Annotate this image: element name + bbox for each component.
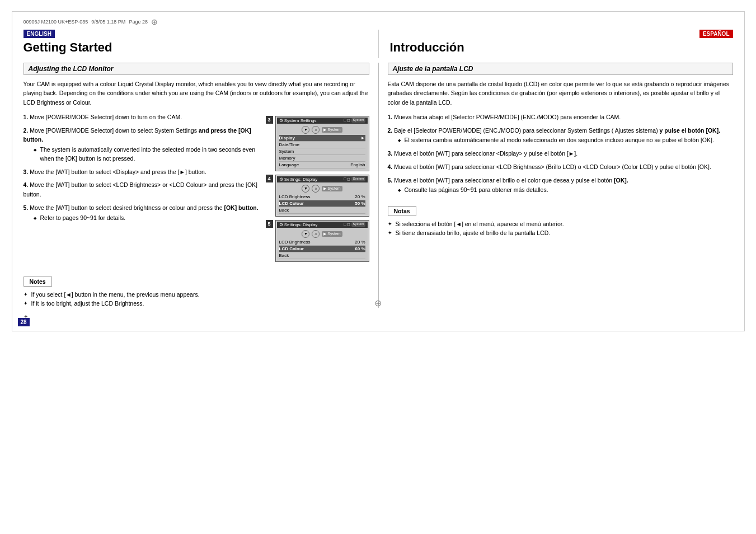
- right-intro: Esta CAM dispone de una pantalla de cris…: [388, 79, 733, 107]
- screen-4-row-brightness: LCD Brightness20 %: [279, 194, 365, 200]
- screen-3-wrap: 3 ⚙ System Settings □ ◻ System: [266, 116, 369, 171]
- page-number: 28: [18, 318, 30, 326]
- page-footer: 28 ✦: [24, 313, 733, 320]
- right-step-2-sub-1: El sistema cambia automáticamente al mod…: [398, 136, 733, 145]
- screen-4-icons: □ ◻ System: [344, 177, 365, 181]
- meta-line: 00906J M2100 UK+ESP-035 9/8/05 1:18 PM P…: [24, 17, 733, 26]
- screen-5-row-brightness: LCD Brightness20 %: [279, 239, 365, 246]
- header-left: ENGLISH Getting Started: [24, 30, 378, 58]
- right-step-1: 1. Mueva hacia abajo el [Selector POWER/…: [388, 113, 733, 122]
- screen-5-wrap: 5 ⚙ Settings: Display □ ◻ System: [266, 220, 369, 262]
- screen-5-icon-row: ▼ ☼ ▶ System: [279, 229, 365, 239]
- espanol-badge: ESPAÑOL: [699, 30, 733, 38]
- right-section-title: Ajuste de la pantalla LCD: [388, 63, 733, 75]
- screen-5-row-colour: LCD Colour60 %: [279, 246, 365, 252]
- crosshair-top: ⊕: [151, 17, 158, 26]
- main-content: Adjusting the LCD Monitor Your CAM is eq…: [24, 63, 733, 308]
- screen-4-icon-row: ▼ ☼ ▶ System: [279, 184, 365, 194]
- screen-3: ⚙ System Settings □ ◻ System ▼: [275, 116, 369, 171]
- left-step-5-sub-1: Refer to pages 90~91 for details.: [34, 214, 261, 223]
- right-note-1: Si selecciona el botón [◄] en el menú, a…: [388, 219, 733, 228]
- screen-3-row-display: Display►: [279, 135, 365, 142]
- page-container: 00906J M2100 UK+ESP-035 9/8/05 1:18 PM P…: [12, 11, 745, 331]
- screens-column: 3 ⚙ System Settings □ ◻ System: [266, 113, 369, 265]
- screen-4-row-back: Back: [279, 207, 365, 214]
- screen-4-body: ▼ ☼ ▶ System LCD Brightness20 % LCD Colo…: [277, 182, 368, 215]
- screen-5-header: ⚙ Settings: Display □ ◻ System: [277, 222, 368, 228]
- right-notes-section: Notas Si selecciona el botón [◄] en el m…: [388, 200, 733, 238]
- screen-4-row-colour: LCD Colour50 %: [279, 200, 365, 207]
- meta-code: 00906J M2100 UK+ESP-035: [24, 19, 88, 25]
- screen-3-icon-row: ▼ ☼ ▶ System: [279, 125, 365, 135]
- right-step-5-sub-1: Consulte las páginas 90~91 para obtener …: [398, 186, 733, 195]
- screen-5-icons: □ ◻ System: [344, 222, 365, 227]
- screen-5-body: ▼ ☼ ▶ System LCD Brightness20 % LCD Colo…: [277, 228, 368, 260]
- left-step-2: 2. Move [POWER/MODE Selector] down to se…: [24, 126, 261, 163]
- left-notes-label: Notes: [24, 277, 52, 287]
- right-steps-list: 1. Mueva hacia abajo el [Selector POWER/…: [388, 113, 733, 195]
- screen-3-row-language: LanguageEnglish: [279, 162, 365, 168]
- left-note-2: If it is too bright, adjust the LCD Brig…: [24, 299, 369, 308]
- meta-date: 9/8/05 1:18 PM: [91, 19, 125, 25]
- screen-4-num: 4: [266, 175, 273, 182]
- meta-page: Page 28: [129, 19, 148, 25]
- left-steps-list: 1. Move [POWER/MODE Selector] down to tu…: [24, 113, 261, 223]
- right-column: Ajuste de la pantalla LCD Esta CAM dispo…: [378, 63, 733, 308]
- right-note-2: Si tiene demasiado brillo, ajuste el bri…: [388, 228, 733, 237]
- screen-3-row-system: System: [279, 148, 365, 155]
- screen-5-num: 5: [266, 220, 273, 228]
- screen-4-wrap: 4 ⚙ Settings: Display □ ◻ System: [266, 175, 369, 217]
- top-header: ENGLISH Getting Started ESPAÑOL Introduc…: [24, 30, 733, 58]
- right-step-5: 5. Mueva el botón [W/T] para seleccionar…: [388, 176, 733, 195]
- left-column: Adjusting the LCD Monitor Your CAM is eq…: [24, 63, 378, 308]
- right-step-4: 4. Mueva el botón [W/T] para seleccionar…: [388, 162, 733, 172]
- screen-3-num: 3: [266, 116, 273, 124]
- header-right: ESPAÑOL Introducción: [378, 30, 733, 58]
- left-step-2-sub-1: The system is automatically converted in…: [34, 146, 261, 163]
- screen-5-row-back: Back: [279, 252, 365, 259]
- left-note-1: If you select [◄] button in the menu, th…: [24, 290, 369, 299]
- left-step-5: 5. Move the [W/T] button to select desir…: [24, 203, 261, 223]
- left-section-title: Adjusting the LCD Monitor: [24, 63, 369, 75]
- screen-3-header: ⚙ System Settings □ ◻ System: [277, 118, 368, 124]
- right-step-2: 2. Baje el [Selector POWER/MODE] (ENC./M…: [388, 126, 733, 146]
- screen-5: ⚙ Settings: Display □ ◻ System ▼: [275, 220, 369, 262]
- left-step-4: 4. Move the [W/T] button to select <LCD …: [24, 180, 261, 199]
- left-step-3: 3. Move the [W/T] button to select <Disp…: [24, 167, 261, 177]
- right-heading: Introducción: [390, 40, 733, 55]
- screen-3-body: ▼ ☼ ▶ System Display► Date/Time: [277, 124, 368, 170]
- crosshair-bottom: ⊕: [374, 298, 382, 308]
- screen-4: ⚙ Settings: Display □ ◻ System ▼: [275, 175, 369, 217]
- right-notes-label: Notas: [388, 206, 416, 216]
- left-heading: Getting Started: [24, 40, 367, 55]
- right-step-3: 3. Mueva el botón [W/T] para seleccionar…: [388, 149, 733, 158]
- english-badge: ENGLISH: [24, 30, 55, 38]
- left-notes-section: Notes If you select [◄] button in the me…: [24, 271, 369, 308]
- screen-3-row-datetime: Date/Time: [279, 142, 365, 148]
- left-steps-col: 1. Move [POWER/MODE Selector] down to tu…: [24, 113, 261, 265]
- screen-3-row-memory: Memory: [279, 155, 365, 162]
- left-intro: Your CAM is equipped with a colour Liqui…: [24, 79, 369, 107]
- screen-3-icons: □ ◻ System: [344, 118, 365, 123]
- left-step-1: 1. Move [POWER/MODE Selector] down to tu…: [24, 113, 261, 122]
- screen-4-header: ⚙ Settings: Display □ ◻ System: [277, 176, 368, 182]
